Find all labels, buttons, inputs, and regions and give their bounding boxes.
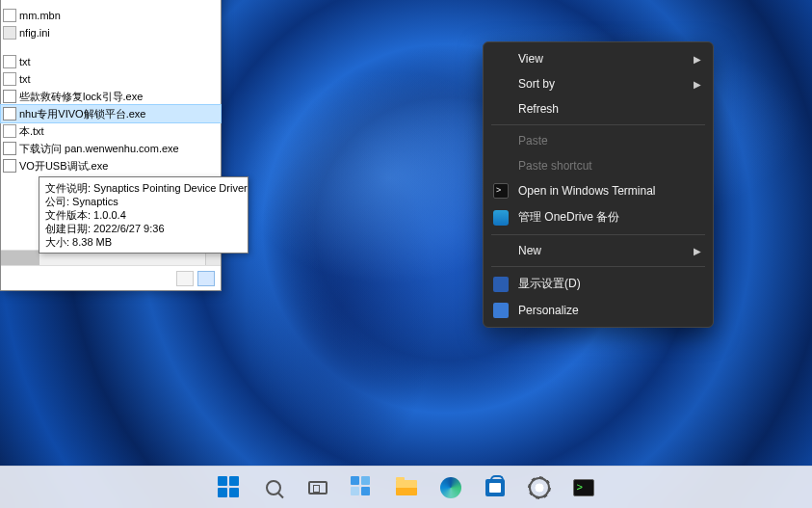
menu-personalize[interactable]: Personalize: [484, 298, 713, 323]
file-name: txt: [19, 56, 31, 67]
menu-label: 管理 OneDrive 备份: [518, 209, 619, 226]
file-name: nfig.ini: [19, 27, 50, 39]
file-row[interactable]: 下载访问 pan.wenwenhu.com.exe: [1, 140, 221, 157]
tooltip-line: 公司: Synaptics: [45, 195, 242, 208]
file-name: txt: [19, 73, 31, 85]
tooltip-line: 文件说明: Synaptics Pointing Device Driver: [45, 181, 242, 195]
menu-paste: Paste: [484, 128, 713, 153]
menu-view[interactable]: View▶: [484, 46, 713, 71]
file-icon: [3, 124, 16, 138]
desktop-context-menu: View▶ Sort by▶ Refresh Paste Paste short…: [483, 41, 714, 328]
store-icon: [485, 479, 505, 496]
tooltip-line: 大小: 8.38 MB: [45, 235, 242, 249]
menu-label: View: [518, 52, 543, 66]
file-icon: [3, 72, 16, 86]
task-view-button[interactable]: [299, 468, 337, 507]
menu-open-terminal[interactable]: Open in Windows Terminal: [484, 178, 713, 203]
submenu-arrow-icon: ▶: [694, 246, 701, 256]
file-name: 些款救砖修复lock引导.exe: [19, 90, 143, 104]
menu-onedrive[interactable]: 管理 OneDrive 备份: [484, 203, 713, 231]
file-list: mm.mbn nfig.ini txt txt 些款救砖修复lock引导.exe…: [1, 0, 221, 174]
file-row[interactable]: txt: [1, 70, 221, 88]
file-name: 下载访问 pan.wenwenhu.com.exe: [19, 142, 179, 156]
search-icon: [266, 480, 281, 495]
menu-label: Paste: [518, 134, 548, 147]
file-row[interactable]: 些款救砖修复lock引导.exe: [1, 88, 221, 105]
onedrive-icon: [493, 210, 509, 226]
file-name: VO开USB调试.exe: [19, 159, 108, 174]
file-icon: [3, 55, 16, 68]
explorer-icon: [396, 480, 417, 495]
file-name: mm.mbn: [19, 10, 61, 21]
menu-paste-shortcut: Paste shortcut: [484, 153, 713, 178]
taskview-icon: [308, 481, 327, 495]
submenu-arrow-icon: ▶: [694, 54, 701, 65]
explorer-statusbar: [1, 265, 221, 290]
search-button[interactable]: [254, 468, 293, 507]
personalize-icon: [493, 303, 509, 318]
submenu-arrow-icon: ▶: [694, 79, 701, 90]
view-mode-list-button[interactable]: [176, 271, 194, 286]
file-row[interactable]: txt: [1, 53, 221, 70]
menu-label: 显示设置(D): [518, 276, 581, 292]
menu-label: Open in Windows Terminal: [518, 184, 656, 198]
menu-label: Paste shortcut: [518, 159, 592, 173]
taskbar: [0, 466, 812, 508]
file-row[interactable]: 本.txt: [1, 122, 221, 140]
file-name: nhu专用VIVO解锁平台.exe: [19, 107, 145, 121]
start-button[interactable]: [210, 468, 249, 507]
display-icon: [493, 277, 509, 292]
file-row-selected[interactable]: nhu专用VIVO解锁平台.exe: [1, 105, 221, 122]
view-mode-details-button[interactable]: [197, 271, 215, 286]
file-name: 本.txt: [19, 124, 44, 139]
file-row[interactable]: mm.mbn: [1, 7, 221, 24]
start-icon: [218, 476, 241, 499]
file-icon: [3, 159, 16, 173]
menu-separator: [491, 266, 705, 267]
tooltip-line: 创建日期: 2022/6/27 9:36: [45, 222, 242, 235]
menu-refresh[interactable]: Refresh: [484, 96, 713, 121]
menu-label: Refresh: [518, 102, 559, 116]
file-row[interactable]: VO开USB调试.exe: [1, 157, 221, 174]
terminal-button[interactable]: [564, 468, 603, 507]
menu-separator: [491, 124, 705, 125]
file-icon: [3, 9, 16, 22]
settings-icon: [529, 477, 550, 498]
terminal-icon: [573, 479, 594, 496]
terminal-icon: [493, 183, 509, 199]
tooltip-line: 文件版本: 1.0.0.4: [45, 208, 242, 222]
file-icon: [3, 26, 16, 40]
menu-display-settings[interactable]: 显示设置(D): [484, 270, 713, 298]
menu-sort-by[interactable]: Sort by▶: [484, 71, 713, 96]
menu-label: Sort by: [518, 77, 555, 91]
file-icon: [3, 107, 16, 120]
menu-new[interactable]: New▶: [484, 238, 713, 263]
file-row[interactable]: nfig.ini: [1, 24, 221, 41]
settings-button[interactable]: [520, 468, 559, 507]
menu-label: New: [518, 244, 541, 257]
scrollbar-thumb[interactable]: [1, 251, 39, 265]
menu-separator: [491, 234, 705, 235]
widgets-icon: [351, 476, 374, 499]
file-tooltip: 文件说明: Synaptics Pointing Device Driver 公…: [39, 176, 249, 254]
file-icon: [3, 90, 16, 103]
menu-label: Personalize: [518, 304, 579, 317]
store-button[interactable]: [476, 468, 514, 507]
edge-icon: [440, 477, 461, 498]
file-icon: [3, 142, 16, 155]
edge-button[interactable]: [432, 468, 470, 507]
widgets-button[interactable]: [343, 468, 381, 507]
file-explorer-button[interactable]: [387, 468, 426, 507]
